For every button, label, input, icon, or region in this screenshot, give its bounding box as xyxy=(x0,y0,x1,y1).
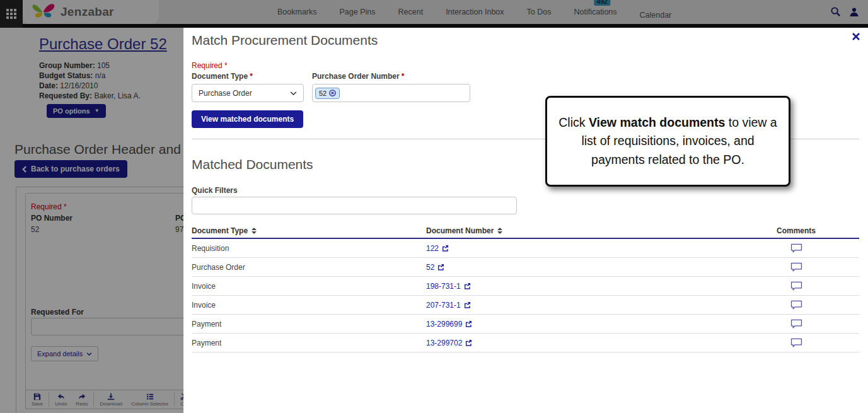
matched-documents-table: Document Type Document Number Comments R… xyxy=(192,223,859,352)
table-row: Invoice 207-731-1 xyxy=(192,296,859,315)
document-number-cell: 207-731-1 xyxy=(426,301,733,310)
sort-icon xyxy=(497,228,502,234)
po-number-chip: 52 xyxy=(315,88,340,99)
close-icon[interactable] xyxy=(852,33,860,40)
comment-bubble-icon[interactable] xyxy=(790,262,802,272)
external-link-icon[interactable] xyxy=(442,245,449,252)
comment-bubble-icon[interactable] xyxy=(790,281,802,291)
document-type-select[interactable]: Purchase Order xyxy=(192,84,304,102)
document-number-cell: 122 xyxy=(426,244,733,253)
column-header-comments: Comments xyxy=(733,226,859,235)
table-row: Requisition 122 xyxy=(192,239,859,258)
document-number-cell: 13-299702 xyxy=(426,339,733,347)
document-type-cell: Invoice xyxy=(192,282,426,291)
external-link-icon[interactable] xyxy=(465,320,472,327)
comment-bubble-icon[interactable] xyxy=(790,319,802,329)
document-type-cell: Purchase Order xyxy=(192,263,426,272)
tutorial-callout: Click View match documents to view a lis… xyxy=(545,96,790,187)
quick-filters-label: Quick Filters xyxy=(192,186,238,195)
match-procurement-modal: Match Procurement Documents Required * D… xyxy=(183,28,868,413)
document-link[interactable]: 13-299702 xyxy=(426,339,462,347)
callout-text: Click xyxy=(558,115,589,129)
external-link-icon[interactable] xyxy=(465,339,472,346)
document-type-label: Document Type* xyxy=(192,72,253,81)
document-link[interactable]: 52 xyxy=(426,263,434,272)
document-link[interactable]: 13-299699 xyxy=(426,320,462,329)
document-link[interactable]: 198-731-1 xyxy=(426,282,461,291)
chip-remove-icon[interactable] xyxy=(329,90,336,96)
screen: Bookmarks Page Pins Recent Interaction I… xyxy=(0,0,868,413)
document-link[interactable]: 122 xyxy=(426,244,439,253)
document-number-cell: 52 xyxy=(426,263,733,272)
comment-bubble-icon[interactable] xyxy=(790,338,802,347)
comments-cell xyxy=(733,338,859,347)
table-header-row: Document Type Document Number Comments xyxy=(192,223,859,239)
matched-documents-title: Matched Documents xyxy=(192,157,313,172)
modal-title: Match Procurement Documents xyxy=(192,33,378,48)
document-number-cell: 198-731-1 xyxy=(426,282,733,291)
table-row: Invoice 198-731-1 xyxy=(192,277,859,296)
document-type-cell: Payment xyxy=(192,320,426,329)
document-link[interactable]: 207-731-1 xyxy=(426,301,461,310)
comment-bubble-icon[interactable] xyxy=(790,243,802,253)
sort-icon xyxy=(252,228,257,234)
external-link-icon[interactable] xyxy=(464,282,471,289)
purchase-order-number-input[interactable]: 52 xyxy=(312,84,470,102)
document-type-cell: Requisition xyxy=(192,244,426,253)
document-type-cell: Invoice xyxy=(192,301,426,310)
table-row: Payment 13-299702 xyxy=(192,334,859,352)
table-row: Purchase Order 52 xyxy=(192,258,859,277)
table-row: Payment 13-299699 xyxy=(192,315,859,334)
comment-bubble-icon[interactable] xyxy=(790,300,802,310)
comments-cell xyxy=(733,281,859,291)
column-header-document-type[interactable]: Document Type xyxy=(192,226,426,235)
document-type-cell: Payment xyxy=(192,339,426,347)
view-matched-documents-button[interactable]: View matched documents xyxy=(192,110,303,128)
required-legend: Required * xyxy=(192,61,228,70)
comments-cell xyxy=(733,319,859,329)
comments-cell xyxy=(733,243,859,253)
purchase-order-number-label: Purchase Order Number* xyxy=(312,72,404,81)
document-number-cell: 13-299699 xyxy=(426,320,733,329)
chevron-down-icon xyxy=(290,91,297,95)
comments-cell xyxy=(733,262,859,272)
comments-cell xyxy=(733,300,859,310)
callout-bold-text: View match documents xyxy=(589,115,725,129)
external-link-icon[interactable] xyxy=(437,264,444,270)
external-link-icon[interactable] xyxy=(464,301,471,308)
column-header-document-number[interactable]: Document Number xyxy=(426,226,733,235)
quick-filters-input[interactable] xyxy=(192,197,517,214)
